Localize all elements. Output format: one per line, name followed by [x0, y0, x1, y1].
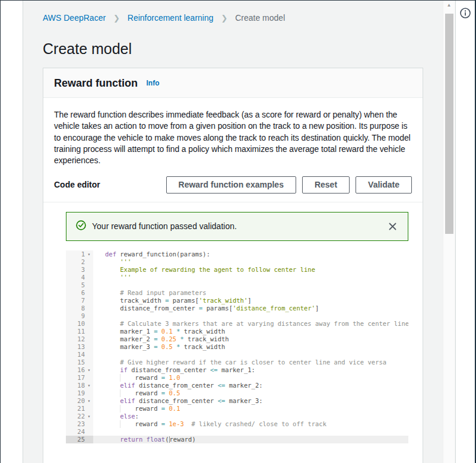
code-text[interactable]: # Give higher reward if the car is close… [93, 359, 408, 366]
code-text[interactable]: marker_1 = 0.1 * track_width [93, 328, 408, 335]
fold-toggle-icon[interactable]: ▾ [85, 382, 93, 389]
code-line[interactable]: 8 distance_from_center = params['distanc… [66, 305, 408, 312]
code-text[interactable]: def reward_function(params): [93, 250, 408, 258]
code-line[interactable]: 14 [66, 351, 408, 359]
line-number-gutter[interactable]: 13 [66, 343, 93, 351]
code-line[interactable]: 20▾ elif distance_from_center <= marker_… [66, 397, 408, 405]
code-line[interactable]: 5 [66, 281, 408, 289]
line-number-gutter[interactable]: 5 [66, 281, 93, 289]
code-text[interactable] [93, 428, 408, 436]
line-number-gutter[interactable]: 12 [66, 335, 93, 343]
code-text[interactable]: ''' [93, 274, 408, 281]
page-scrollbar[interactable]: ▲ [443, 1, 455, 463]
banner-close-button[interactable] [387, 221, 398, 232]
indent-guide [120, 405, 120, 413]
breadcrumb-aws-deepracer[interactable]: AWS DeepRacer [43, 13, 106, 23]
code-text[interactable]: elif distance_from_center <= marker_3: [93, 397, 408, 405]
code-line[interactable]: 22▾ else: [66, 413, 408, 420]
fold-toggle-icon[interactable]: ▾ [85, 413, 93, 420]
code-line[interactable]: 9 [66, 312, 408, 320]
line-number-gutter[interactable]: 20▾ [66, 397, 93, 405]
code-text[interactable] [93, 312, 408, 320]
line-number-gutter[interactable]: 1▾ [66, 250, 93, 258]
line-number-gutter[interactable]: 19 [66, 389, 93, 397]
fold-toggle-icon[interactable]: ▾ [85, 397, 93, 405]
code-text[interactable]: ''' [93, 258, 408, 266]
breadcrumb-reinforcement-learning[interactable]: Reinforcement learning [128, 13, 214, 23]
code-line[interactable]: 23 reward = 1e-3 # likely crashed/ close… [66, 420, 408, 428]
line-number-gutter[interactable]: 11 [66, 328, 93, 335]
code-text[interactable]: reward = 0.1 [93, 405, 408, 413]
fold-spacer [85, 289, 93, 297]
line-number-gutter[interactable]: 23 [66, 420, 93, 428]
info-link[interactable]: Info [146, 79, 159, 87]
code-line[interactable]: 25 return float(reward) [66, 436, 408, 443]
fold-spacer [85, 389, 93, 397]
line-number-gutter[interactable]: 2 [66, 258, 93, 266]
line-number-gutter[interactable]: 6 [66, 289, 93, 297]
code-line[interactable]: 15 # Give higher reward if the car is cl… [66, 359, 408, 366]
code-text[interactable]: # Read input parameters [93, 289, 408, 297]
code-text[interactable]: elif distance_from_center <= marker_2: [93, 382, 408, 389]
code-text[interactable]: reward = 0.5 [93, 389, 408, 397]
line-number-gutter[interactable]: 10 [66, 320, 93, 328]
code-line[interactable]: 19 reward = 0.5 [66, 389, 408, 397]
line-number-gutter[interactable]: 3 [66, 266, 93, 274]
code-editor-toolbar: Code editor Reward function examples Res… [43, 174, 423, 202]
code-text[interactable]: if distance_from_center <= marker_1: [93, 366, 408, 374]
code-line[interactable]: 7 track_width = params['track_width'] [66, 297, 408, 305]
code-line[interactable]: 12 marker_2 = 0.25 * track_width [66, 335, 408, 343]
line-number-gutter[interactable]: 9 [66, 312, 93, 320]
code-editor[interactable]: 1▾def reward_function(params):2 '''3 Exa… [66, 250, 408, 443]
code-text[interactable]: else: [93, 413, 408, 420]
code-line[interactable]: 17 reward = 1.0 [66, 374, 408, 382]
code-text[interactable]: marker_3 = 0.5 * track_width [93, 343, 408, 351]
scrollbar-up-arrow-icon[interactable]: ▲ [443, 1, 455, 10]
code-text[interactable]: distance_from_center = params['distance_… [93, 305, 408, 312]
code-text[interactable]: Example of rewarding the agent to follow… [93, 266, 408, 274]
info-panel-toggle-button[interactable] [459, 7, 471, 21]
code-line[interactable]: 1▾def reward_function(params): [66, 250, 408, 258]
code-text[interactable]: reward = 1e-3 # likely crashed/ close to… [93, 420, 408, 428]
code-text[interactable]: marker_2 = 0.25 * track_width [93, 335, 408, 343]
line-number-gutter[interactable]: 15 [66, 359, 93, 366]
code-line[interactable]: 16▾ if distance_from_center <= marker_1: [66, 366, 408, 374]
info-icon [459, 12, 471, 21]
code-line[interactable]: 4 ''' [66, 274, 408, 281]
line-number-gutter[interactable]: 4 [66, 274, 93, 281]
code-line[interactable]: 13 marker_3 = 0.5 * track_width [66, 343, 408, 351]
line-number-gutter[interactable]: 8 [66, 305, 93, 312]
code-line[interactable]: 11 marker_1 = 0.1 * track_width [66, 328, 408, 335]
line-number-gutter[interactable]: 18▾ [66, 382, 93, 389]
close-icon [388, 224, 397, 233]
line-number-gutter[interactable]: 17 [66, 374, 93, 382]
code-text[interactable]: return float(reward) [93, 436, 408, 443]
line-number: 4 [66, 274, 85, 281]
validate-button[interactable]: Validate [356, 176, 412, 194]
fold-toggle-icon[interactable]: ▾ [85, 366, 93, 374]
code-text[interactable] [93, 281, 408, 289]
code-line[interactable]: 21 reward = 0.1 [66, 405, 408, 413]
line-number-gutter[interactable]: 22▾ [66, 413, 93, 420]
code-line[interactable]: 10 # Calculate 3 markers that are at var… [66, 320, 408, 328]
line-number-gutter[interactable]: 14 [66, 351, 93, 359]
code-line[interactable]: 18▾ elif distance_from_center <= marker_… [66, 382, 408, 389]
fold-spacer [85, 274, 93, 281]
line-number-gutter[interactable]: 21 [66, 405, 93, 413]
scrollbar-thumb[interactable] [445, 14, 453, 234]
code-text[interactable]: track_width = params['track_width'] [93, 297, 408, 305]
code-text[interactable]: # Calculate 3 markers that are at varyin… [93, 320, 408, 328]
line-number-gutter[interactable]: 25 [66, 436, 93, 443]
code-text[interactable]: reward = 1.0 [93, 374, 408, 382]
line-number-gutter[interactable]: 16▾ [66, 366, 93, 374]
reset-button[interactable]: Reset [302, 176, 350, 194]
reward-function-examples-button[interactable]: Reward function examples [166, 176, 296, 194]
fold-toggle-icon[interactable]: ▾ [85, 250, 93, 258]
line-number-gutter[interactable]: 24 [66, 428, 93, 436]
code-line[interactable]: 2 ''' [66, 258, 408, 266]
line-number-gutter[interactable]: 7 [66, 297, 93, 305]
code-text[interactable] [93, 351, 408, 359]
code-line[interactable]: 6 # Read input parameters [66, 289, 408, 297]
code-line[interactable]: 24 [66, 428, 408, 436]
code-line[interactable]: 3 Example of rewarding the agent to foll… [66, 266, 408, 274]
